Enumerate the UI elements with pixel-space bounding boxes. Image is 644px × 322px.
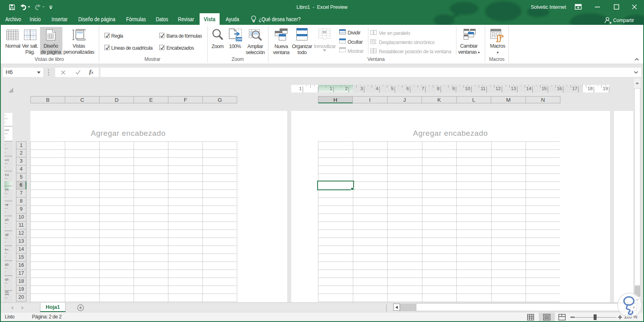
svg-text:100: 100 (236, 37, 242, 41)
svg-text:18: 18 (587, 86, 592, 91)
svg-text:3: 3 (360, 86, 362, 91)
svg-text:7: 7 (4, 248, 9, 251)
svg-text:13: 13 (511, 86, 516, 91)
svg-text:17: 17 (572, 86, 577, 91)
svg-text:14: 14 (526, 86, 531, 91)
svg-text:5: 5 (391, 86, 393, 91)
svg-text:3: 3 (4, 189, 9, 191)
svg-text:4: 4 (376, 86, 378, 91)
svg-text:4: 4 (4, 204, 9, 206)
svg-text:5: 5 (4, 219, 9, 221)
svg-text:11: 11 (480, 86, 485, 91)
svg-text:9: 9 (452, 86, 454, 91)
svg-text:10: 10 (4, 291, 9, 296)
svg-text:19: 19 (603, 86, 608, 91)
svg-text:2: 2 (345, 86, 347, 91)
svg-text:10: 10 (465, 86, 470, 91)
svg-text:1: 1 (4, 159, 9, 161)
svg-text:6: 6 (4, 233, 9, 236)
svg-text:15: 15 (541, 86, 546, 91)
svg-text:1: 1 (299, 86, 301, 91)
svg-text:8: 8 (4, 264, 9, 266)
svg-text:7: 7 (422, 86, 424, 91)
svg-text:2: 2 (4, 174, 9, 176)
svg-text:9: 9 (4, 278, 9, 281)
svg-text:8: 8 (437, 86, 439, 91)
svg-text:16: 16 (557, 86, 562, 91)
svg-text:12: 12 (496, 86, 501, 91)
svg-text:6: 6 (406, 86, 408, 91)
svg-text:1: 1 (330, 86, 332, 91)
